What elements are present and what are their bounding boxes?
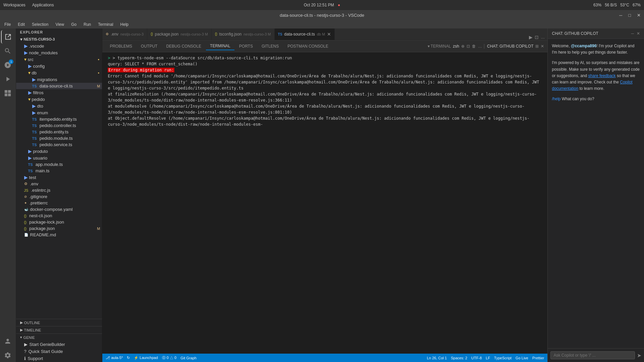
tree-pedido[interactable]: ▾ pedido	[16, 96, 102, 103]
activity-settings[interactable]	[1, 349, 14, 362]
tab-tsconfig[interactable]: {} tsconfig.json nestjs-curso-3 M	[212, 28, 275, 40]
tree-itempedido[interactable]: TS itempedido.entity.ts	[16, 116, 102, 122]
tree-test[interactable]: ▶ test	[16, 174, 102, 181]
split-editor-icon[interactable]: ⊡	[535, 35, 539, 40]
encoding-indicator[interactable]: UTF-8	[471, 356, 482, 360]
tab-package-json[interactable]: {} package.json nestjs-curso-3 M	[147, 28, 212, 40]
prettier-label[interactable]: Prettier	[532, 356, 544, 360]
tree-docker[interactable]: 🐋 docker-compose.yaml	[16, 206, 102, 213]
error-count[interactable]: ⓪ 0 △ 0	[162, 355, 176, 360]
terminal-split-icon[interactable]: ⊡	[467, 44, 470, 49]
debug-console-tab[interactable]: DEBUG CONSOLE	[162, 43, 205, 50]
gitlens-tab[interactable]: GITLENS	[258, 43, 283, 50]
git-graph[interactable]: Git Graph	[180, 356, 197, 360]
tree-produto[interactable]: ▶ produto	[16, 148, 102, 155]
copilot-chat-input[interactable]	[550, 351, 635, 359]
genie-header[interactable]: ▾ GENIE	[16, 334, 102, 341]
postman-tab[interactable]: POSTMAN CONSOLE	[283, 43, 332, 50]
cursor-position[interactable]: Ln 26, Col 1	[427, 356, 447, 360]
menu-terminal[interactable]: Terminal	[95, 21, 116, 27]
terminal-tab[interactable]: TERMINAL	[206, 42, 234, 50]
sync-icon[interactable]: ↻	[127, 356, 130, 360]
menu-help[interactable]: Help	[118, 21, 131, 27]
copilot-share-feedback-link[interactable]: share feedback	[588, 73, 616, 78]
maximize-button[interactable]: □	[628, 13, 631, 18]
tab-datasource[interactable]: TS data-source-cli.ts db M ✕	[275, 28, 335, 40]
minimize-button[interactable]: ─	[619, 13, 622, 18]
activity-search[interactable]	[1, 44, 14, 58]
tree-filtros[interactable]: ▶ filtros	[16, 89, 102, 96]
spaces-indicator[interactable]: Spaces: 2	[451, 356, 467, 360]
language-mode[interactable]: TypeScript	[494, 356, 512, 360]
tree-datasource-cli[interactable]: TS data-source-cli.ts M	[16, 83, 102, 89]
tree-enum[interactable]: ▶ enum	[16, 109, 102, 116]
tree-migrations[interactable]: ▶ migrations	[16, 76, 102, 83]
tree-pedido-entity[interactable]: TS pedido.entity.ts	[16, 129, 102, 135]
genie-quick-start[interactable]: ? Quick Start Guide	[16, 348, 102, 355]
menu-file[interactable]: File	[2, 21, 13, 27]
git-branch[interactable]: ⎇ aula-5*	[106, 356, 123, 360]
line-ending[interactable]: LF	[486, 356, 490, 360]
tree-src[interactable]: ▾ src ●	[16, 56, 102, 63]
workspaces-label[interactable]: Workspaces	[3, 3, 25, 7]
terminal-maximize-icon[interactable]: ⊞	[535, 44, 539, 49]
menu-run[interactable]: Run	[81, 21, 94, 27]
tree-nest-cli[interactable]: {} nest-cli.json	[16, 213, 102, 219]
ports-tab[interactable]: PORTS	[235, 43, 257, 50]
activity-accounts[interactable]	[1, 335, 14, 348]
timeline-header[interactable]: ▶ TIMELINE	[16, 326, 102, 334]
copilot-close-icon[interactable]: ✕	[637, 31, 640, 36]
copilot-header: CHAT: GITHUB COPILOT ─ ✕	[548, 28, 644, 39]
tree-config[interactable]: ▶ config	[16, 63, 102, 69]
close-button[interactable]: ✕	[637, 13, 641, 18]
activity-explorer[interactable]	[1, 30, 14, 44]
tree-package-json[interactable]: {} package.json M	[16, 225, 102, 232]
tree-gitignore[interactable]: ⊘ .gitignore	[16, 193, 102, 200]
applications-label[interactable]: Applications	[32, 3, 54, 7]
tree-package-lock[interactable]: {} package-lock.json	[16, 219, 102, 225]
tree-readme[interactable]: 📄 README.md	[16, 232, 102, 238]
tree-db[interactable]: ▾ db ●	[16, 69, 102, 76]
activity-extensions[interactable]	[1, 86, 14, 100]
tree-app-module[interactable]: TS app.module.ts	[16, 161, 102, 168]
menu-selection[interactable]: Selection	[29, 21, 51, 27]
tree-eslint[interactable]: JS .eslintrc.js	[16, 187, 102, 193]
menu-view[interactable]: View	[53, 21, 67, 27]
tab-env[interactable]: ⚙ .env nestjs-curso-3	[102, 28, 147, 40]
run-icon[interactable]: ▶	[529, 35, 533, 40]
output-tab[interactable]: OUTPUT	[137, 43, 161, 50]
problems-tab[interactable]: PROBLEMS	[106, 43, 136, 50]
copilot-send-icon[interactable]: ➤	[637, 352, 641, 359]
launchpad-label[interactable]: ⚡ Launchpad	[134, 356, 158, 360]
terminal-more-icon[interactable]: …	[478, 44, 482, 49]
terminal-close-icon[interactable]: ✕	[541, 44, 544, 49]
terminal-add-icon[interactable]: ⊕	[461, 44, 465, 49]
menu-go[interactable]: Go	[68, 21, 79, 27]
copilot-minimize-icon[interactable]: ─	[631, 31, 634, 36]
temp-status: 53°C	[620, 3, 629, 7]
outline-header[interactable]: ▶ OUTLINE	[16, 319, 102, 326]
genie-start-builder[interactable]: ▶ Start GenieBuilder	[16, 341, 102, 348]
copilot-slash-help: /help What can you do?	[552, 96, 640, 102]
go-live[interactable]: Go Live	[516, 356, 528, 360]
tree-pedido-controller[interactable]: TS pedido.controller.ts	[16, 122, 102, 129]
activity-source-control[interactable]: 1	[1, 58, 14, 72]
more-icon[interactable]: …	[541, 35, 545, 40]
genie-support[interactable]: ℹ Support	[16, 355, 102, 362]
tree-main[interactable]: TS main.ts	[16, 168, 102, 174]
menu-edit[interactable]: Edit	[15, 21, 28, 27]
tree-pedido-service[interactable]: TS pedido.service.ts	[16, 141, 102, 148]
tree-pedido-module[interactable]: TS pedido.module.ts	[16, 135, 102, 141]
terminal-content[interactable]: > > typeorm-ts-node-esm --dataSource src…	[102, 52, 547, 147]
tree-node-modules[interactable]: ▶ node_modules	[16, 49, 102, 56]
tree-root[interactable]: ▾ NESTIS-CURSO-3	[16, 36, 102, 43]
copilot-toggle[interactable]: CHAT: GITHUB COPILOT	[484, 44, 533, 49]
tree-env-file[interactable]: ⚙ .env	[16, 181, 102, 187]
tree-dto[interactable]: ▶ dto	[16, 103, 102, 109]
tree-prettierrc[interactable]: ✦ .prettierrc	[16, 200, 102, 206]
tree-usuario[interactable]: ▶ usuario	[16, 155, 102, 161]
tree-vscode[interactable]: ▶ .vscode	[16, 43, 102, 49]
terminal-trash-icon[interactable]: 🗑	[472, 44, 476, 49]
tab-close-button[interactable]: ✕	[327, 32, 331, 37]
activity-run-debug[interactable]	[1, 72, 14, 86]
